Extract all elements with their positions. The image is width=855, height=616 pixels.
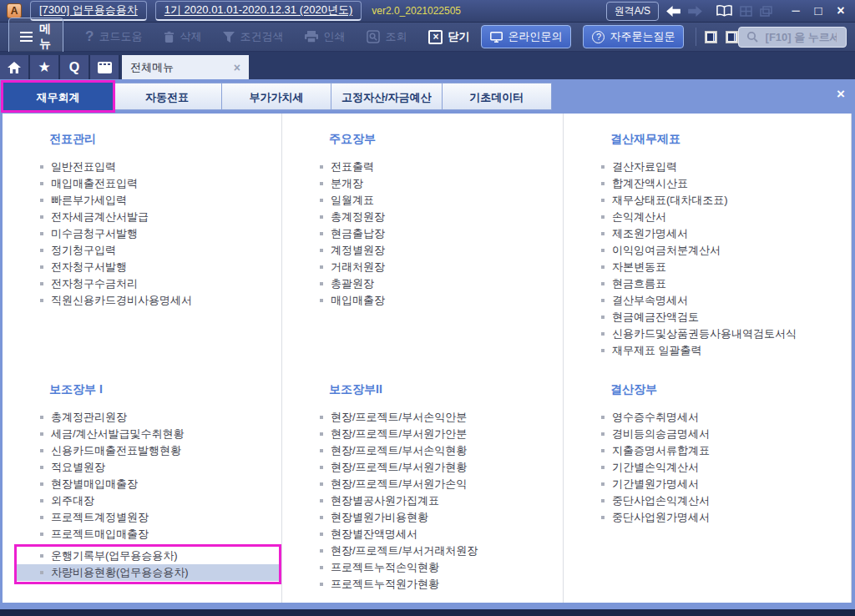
panel-layout-icon-1[interactable] — [705, 31, 717, 43]
menu-item[interactable]: 매입매출전표입력 — [39, 175, 281, 192]
tab-고정자산/자금예산[interactable]: 고정자산/자금예산 — [331, 83, 443, 110]
menu-item[interactable]: 외주대장 — [39, 492, 281, 509]
menu-item-label: 기간별원가명세서 — [612, 477, 699, 492]
menu-item[interactable]: 기간별원가명세서 — [600, 476, 844, 492]
back-arrow-icon[interactable] — [666, 6, 680, 17]
book-icon[interactable] — [716, 5, 732, 17]
menu-item[interactable]: 기간별손익계산서 — [600, 459, 844, 476]
remote-as-button[interactable]: 원격A/S — [606, 2, 659, 21]
quick-find-button[interactable]: Q — [60, 55, 90, 79]
menu-item[interactable]: 재무제표 일괄출력 — [600, 342, 844, 359]
bullet-icon — [40, 232, 43, 235]
menu-item[interactable]: 프로젝트누적손익현황 — [319, 559, 563, 576]
code-help-label: 코드도움 — [99, 29, 142, 44]
menu-item[interactable]: 신용카드및상품권등사용내역검토서식 — [600, 326, 844, 342]
menu-item[interactable]: 정기청구입력 — [39, 242, 281, 259]
menu-item[interactable]: 현장/프로젝트/부서원가현황 — [319, 459, 563, 476]
bullet-icon — [40, 416, 43, 419]
menu-item-label: 현장/프로젝트/부서원가손익 — [331, 477, 467, 492]
menu-item[interactable]: 현장/프로젝트/부서원가손익 — [319, 476, 563, 492]
menu-item[interactable]: 세금/계산서발급및수취현황 — [39, 426, 281, 442]
menu-item[interactable]: 손익계산서 — [600, 209, 844, 225]
menu-item[interactable]: 결산부속명세서 — [600, 292, 844, 309]
menu-item-label: 재무상태표(대차대조표) — [612, 193, 728, 208]
menu-item[interactable]: 프로젝트계정별원장 — [39, 509, 281, 526]
menu-item-label: 프로젝트계정별원장 — [51, 510, 149, 525]
menu-item[interactable]: 총계정관리원장 — [39, 409, 281, 426]
menu-item[interactable]: 전자청구수금처리 — [39, 275, 281, 292]
menu-item[interactable]: 총괄원장 — [319, 275, 563, 292]
menu-item[interactable]: 매입매출장 — [319, 292, 563, 309]
menu-item[interactable]: 계정별원장 — [319, 242, 563, 259]
menu-item[interactable]: 합계잔액시산표 — [600, 175, 844, 192]
menu-item[interactable]: 거래처원장 — [319, 259, 563, 275]
menu-item[interactable]: 프로젝트매입매출장 — [39, 526, 281, 543]
maximize-button[interactable]: □ — [811, 3, 826, 18]
menu-item[interactable]: 프로젝트누적원가현황 — [319, 576, 563, 593]
close-x-icon: × — [428, 30, 443, 44]
menu-item[interactable]: 적요별원장 — [39, 459, 281, 476]
menu-item[interactable]: 중단사업손익계산서 — [600, 492, 844, 509]
menu-item[interactable]: 현장별원가비용현황 — [319, 509, 563, 526]
search-input[interactable] — [764, 30, 838, 44]
menu-item[interactable]: 일반전표입력 — [39, 159, 281, 175]
tab-기초데이터[interactable]: 기초데이터 — [443, 83, 552, 110]
menu-item[interactable]: 제조원가명세서 — [600, 225, 844, 242]
tab-재무회계[interactable]: 재무회계 — [3, 83, 113, 110]
menu-button[interactable]: 메뉴 — [8, 18, 63, 56]
menu-item[interactable]: 결산자료입력 — [600, 159, 844, 175]
menu-item[interactable]: 미수금청구서발행 — [39, 225, 281, 242]
favorites-button[interactable]: ★ — [30, 55, 60, 79]
quick-search[interactable] — [738, 27, 847, 48]
category-close-icon[interactable]: × — [837, 87, 845, 101]
close-window-button[interactable]: × — [833, 3, 848, 18]
menu-item[interactable]: 현금예금잔액검토 — [600, 309, 844, 326]
menu-item[interactable]: 현장별잔액명세서 — [319, 526, 563, 543]
menu-item-label: 현장/프로젝트/부서원가안분 — [331, 427, 467, 442]
menu-item[interactable]: 현금출납장 — [319, 225, 563, 242]
menu-item[interactable]: 재무상태표(대차대조표) — [600, 192, 844, 209]
menu-item[interactable]: 현금흐름표 — [600, 275, 844, 292]
menu-item-label: 제조원가명세서 — [612, 226, 688, 241]
minimize-button[interactable]: ─ — [788, 3, 803, 18]
home-button[interactable] — [0, 55, 30, 79]
menu-item[interactable]: 지출증명서류합계표 — [600, 442, 844, 459]
tab-close-icon[interactable]: × — [234, 61, 240, 74]
menu-item[interactable]: 현장/프로젝트/부서손익안분 — [319, 409, 563, 426]
menu-item[interactable]: 경비등의송금명세서 — [600, 426, 844, 442]
close-button[interactable]: × 닫기 — [428, 29, 469, 44]
menu-item[interactable]: 총계정원장 — [319, 209, 563, 225]
menu-item[interactable]: 일월계표 — [319, 192, 563, 209]
delete-label: 삭제 — [180, 29, 201, 44]
menu-item[interactable]: 운행기록부(업무용승용차) — [17, 548, 279, 564]
tab-전체메뉴[interactable]: 전체메뉴 × — [122, 55, 249, 79]
menu-item[interactable]: 분개장 — [319, 175, 563, 192]
menu-item[interactable]: 신용카드매출전표발행현황 — [39, 442, 281, 459]
menu-item[interactable]: 차량비용현황(업무용승용차) — [17, 564, 279, 581]
menu-item[interactable]: 전자세금계산서발급 — [39, 209, 281, 225]
menu-item[interactable]: 중단사업원가명세서 — [600, 509, 844, 526]
menu-item[interactable]: 현장/프로젝트/부서거래처원장 — [319, 543, 563, 559]
menu-item[interactable]: 현장/프로젝트/부서손익현황 — [319, 442, 563, 459]
recent-menu-button[interactable] — [90, 55, 120, 79]
tab-자동전표[interactable]: 자동전표 — [113, 83, 222, 110]
menu-item[interactable]: 이익잉여금처분계산서 — [600, 242, 844, 259]
menu-item[interactable]: 전표출력 — [319, 159, 563, 175]
menu-item[interactable]: 영수증수취명세서 — [600, 409, 844, 426]
menu-item[interactable]: 빠른부가세입력 — [39, 192, 281, 209]
online-inquiry-button[interactable]: 온라인문의 — [481, 25, 571, 48]
panel-layout-icon-2[interactable] — [726, 31, 738, 43]
menu-item-label: 전자청구수금처리 — [51, 276, 138, 291]
menu-item[interactable]: 자본변동표 — [600, 259, 844, 275]
menu-item[interactable]: 현장별공사원가집계표 — [319, 492, 563, 509]
menu-item-label: 현금흐름표 — [612, 276, 666, 291]
menu-item[interactable]: 전자청구서발행 — [39, 259, 281, 275]
menu-item[interactable]: 현장별매입매출장 — [39, 476, 281, 492]
app-window: A [7300] 업무용승용차 1기 2020.01.01-2020.12.31… — [0, 0, 855, 616]
faq-button[interactable]: ? 자주묻는질문 — [583, 25, 684, 48]
menu-item[interactable]: 직원신용카드경비사용명세서 — [39, 292, 281, 309]
bullet-icon — [601, 165, 605, 169]
menu-item[interactable]: 현장/프로젝트/부서원가안분 — [319, 426, 563, 442]
inquiry-button: 조회 — [367, 29, 407, 44]
tab-부가가치세[interactable]: 부가가치세 — [222, 83, 331, 110]
